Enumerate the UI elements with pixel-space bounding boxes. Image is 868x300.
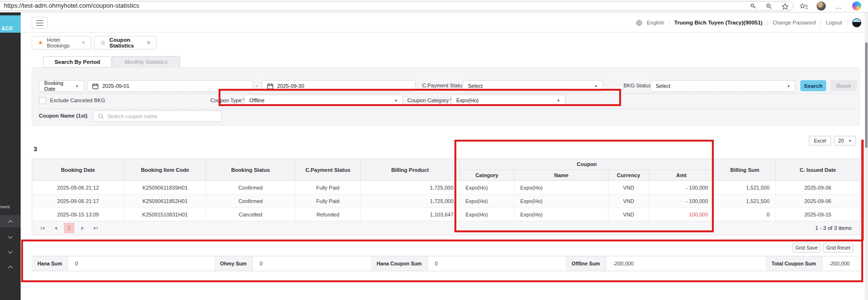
cell-billing-product: 1,103,647 (361, 208, 460, 221)
cell-coupon-name: Expo(Ho) (514, 181, 609, 194)
url-text[interactable]: https://test-adm.ohmyhotel.com/coupon-st… (4, 2, 139, 9)
sidebar-item-expanded[interactable] (0, 215, 21, 228)
copilot-icon[interactable] (852, 1, 861, 11)
chevron-up-icon (8, 265, 13, 269)
cell-billing-product: 1,725,000 (361, 181, 460, 194)
bkg-status-select[interactable]: Select ▼ (650, 80, 795, 92)
table-row[interactable]: 2025-09-06 21:12 K25090611839H01 Confirm… (32, 181, 860, 194)
sidebar-item-collapsed[interactable] (0, 231, 21, 243)
cell-coupon-category: Expo(Ho) (460, 208, 514, 221)
cell-booking-item-code: K25090611852H01 (124, 194, 206, 208)
cpayment-status-select[interactable]: Select ▼ (463, 80, 603, 92)
sidebar-item-expanded[interactable] (0, 261, 21, 273)
col-booking-status[interactable]: Booking Status (206, 159, 295, 181)
grid-reset-button[interactable]: Grid Reset (823, 243, 853, 252)
col-cpayment-status[interactable]: C.Payment Status (295, 159, 361, 181)
cell-currency: VND (609, 181, 649, 194)
col-billing-product[interactable]: Billing Product (361, 159, 460, 181)
chevron-down-icon: ▼ (394, 99, 398, 102)
table-row[interactable]: 2025-09-15 13:09 K25091510831H01 Cancell… (32, 208, 860, 221)
date-to-input[interactable]: 2025-09-30 (262, 80, 416, 92)
tab-monthly-statistics[interactable]: Monthly Statistics (112, 56, 180, 68)
col-booking-item-code[interactable]: Booking Item Code (124, 159, 206, 181)
key-icon[interactable] (748, 1, 758, 11)
col-billing-sum[interactable]: Billing Sum (714, 159, 776, 181)
col-booking-date[interactable]: Booking Date (32, 159, 124, 181)
sidebar-item-collapsed[interactable] (0, 246, 21, 258)
profile-avatar[interactable] (817, 1, 826, 11)
tab-coupon-statistics[interactable]: ☆ Coupon Statistics × (94, 36, 157, 49)
change-password-link[interactable]: Change Password (772, 20, 816, 25)
cell-coupon-name: Expo(Ho) (514, 208, 609, 221)
last-page-icon[interactable] (91, 223, 100, 233)
summary-bar: Hana Sum 0 Ohmy Sum 0 Hana Coupon Sum 0 … (32, 256, 860, 271)
page-number-current[interactable]: 1 (64, 223, 74, 233)
star-filled-icon[interactable]: ★ (38, 39, 43, 46)
cell-booking-status: Confirmed (206, 194, 295, 208)
scrollbar-thumb[interactable] (865, 42, 868, 148)
cell-booking-item-code: K25090611839H01 (124, 181, 206, 194)
chevron-down-icon: ▼ (557, 99, 560, 102)
coupon-statistics-table: Booking Date Booking Item Code Booking S… (32, 158, 860, 221)
summary-value: 0 (253, 261, 262, 266)
summary-label: Ohmy Sum (214, 256, 253, 271)
language-label[interactable]: English (647, 20, 664, 25)
coupon-category-select[interactable]: Expo(Ho) ▼ (451, 95, 565, 106)
logout-link[interactable]: Logout (826, 20, 842, 25)
cell-c-issued-date: 2025-09-06 (776, 194, 860, 208)
col-coupon-name[interactable]: Name (514, 170, 609, 181)
page-size-select[interactable]: 20 ▼ (834, 136, 856, 145)
chevron-down-icon (8, 251, 13, 254)
grid-save-button[interactable]: Grid Save (793, 243, 820, 252)
col-c-issued-date[interactable]: C. Issued Date (776, 159, 860, 181)
reset-button[interactable]: Reset (830, 80, 857, 91)
theme-circle-icon[interactable] (852, 18, 861, 27)
booking-date-type-select[interactable]: Booking Date ▼ (39, 80, 84, 92)
browser-menu-icon[interactable]: … (834, 1, 844, 11)
first-page-icon[interactable] (38, 223, 48, 233)
summary-value: 0 (428, 261, 438, 266)
app-header: English Truong Bich Tuyen (Tracy)(90051)… (21, 12, 868, 33)
star-outline-icon[interactable]: ☆ (100, 39, 106, 46)
calendar-icon[interactable] (92, 83, 98, 89)
exclude-canceled-checkbox[interactable] (39, 97, 46, 104)
favorite-star-icon[interactable] (780, 1, 790, 11)
sidebar-item-label[interactable]: ment (0, 204, 10, 209)
chevron-up-icon (8, 220, 13, 223)
zoom-out-icon[interactable] (764, 1, 774, 11)
close-icon[interactable]: × (82, 39, 85, 46)
coupon-type-select[interactable]: Offline ▼ (244, 95, 403, 106)
chevron-down-icon: ▼ (594, 84, 598, 88)
favorites-bar-icon[interactable] (799, 1, 808, 11)
app-logo[interactable]: &CO (0, 15, 21, 33)
cell-amt-refund: 100,000 (649, 208, 714, 221)
summary-value: -200,000 (822, 261, 850, 266)
screen: https://test-adm.ohmyhotel.com/coupon-st… (0, 0, 868, 300)
divider (39, 108, 854, 109)
search-button[interactable]: Search (800, 80, 826, 91)
chevron-down-icon: ▼ (787, 84, 790, 88)
page-size-value: 20 (838, 138, 844, 144)
cpayment-status-label: C.Payment Status (422, 83, 465, 88)
label-text: Coupon Category (407, 97, 449, 103)
tab-hotel-bookings[interactable]: ★ Hotel Bookings × (32, 36, 91, 49)
tab-search-by-period[interactable]: Search By Period (43, 56, 111, 68)
coupon-name-input[interactable] (107, 113, 208, 119)
chevron-down-icon (8, 236, 13, 239)
filter-panel: Booking Date ▼ 2025-09-01 - 2025-09-30 C… (32, 67, 860, 126)
excel-button[interactable]: Excel (809, 136, 831, 145)
pagination-info: 1 - 3 of 3 items (815, 225, 852, 231)
col-coupon-currency[interactable]: Currency (609, 170, 649, 181)
date-from-input[interactable]: 2025-09-01 (87, 80, 253, 92)
table-row[interactable]: 2025-09-06 21:17 K25090611852H01 Confirm… (32, 194, 860, 208)
next-page-icon[interactable] (78, 223, 87, 233)
coupon-name-field[interactable] (93, 110, 221, 122)
calendar-icon[interactable] (267, 83, 273, 89)
col-coupon-category[interactable]: Category (460, 170, 514, 181)
date-to-value: 2025-09-30 (277, 83, 304, 89)
col-coupon-amt[interactable]: Amt (649, 170, 714, 181)
prev-page-icon[interactable] (51, 223, 61, 233)
close-icon[interactable]: × (147, 39, 150, 46)
summary-offline-sum: Offline Sum -200,000 (566, 256, 634, 271)
menu-hamburger-icon[interactable] (32, 17, 48, 29)
